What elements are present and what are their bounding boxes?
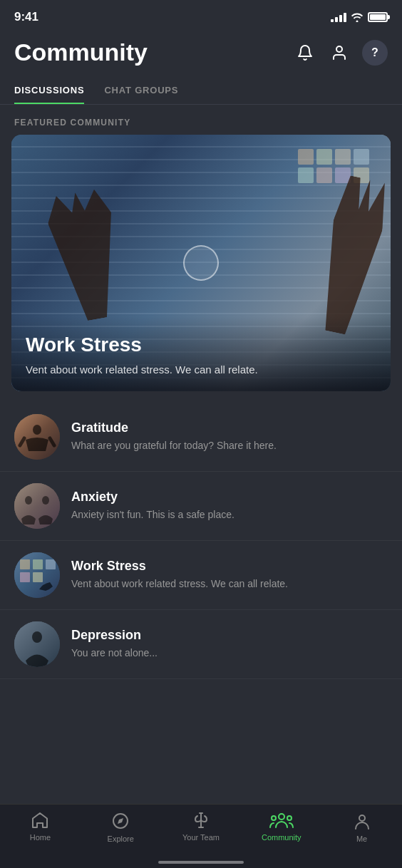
community-avatar-anxiety [14, 483, 60, 529]
nav-item-home[interactable]: Home [0, 812, 81, 847]
community-info-work-stress: Work Stress Vent about work related stre… [71, 559, 388, 591]
header: Community ? [0, 31, 402, 78]
community-icon [269, 812, 294, 829]
community-name-gratitude: Gratitude [71, 420, 388, 435]
home-icon [31, 812, 49, 829]
nav-label-me: Me [356, 835, 367, 843]
tab-discussions[interactable]: DISCUSSIONS [14, 78, 84, 104]
svg-rect-12 [20, 572, 30, 582]
nav-item-your-team[interactable]: Your Team [161, 812, 242, 847]
me-icon [353, 812, 371, 830]
profile-button[interactable] [328, 41, 351, 64]
svg-point-2 [33, 425, 41, 435]
tab-chat-groups[interactable]: CHAT GROUPS [104, 78, 178, 104]
svg-point-20 [272, 816, 276, 820]
team-icon [190, 812, 212, 829]
community-item-anxiety[interactable]: Anxiety Anxiety isn't fun. This is a saf… [0, 472, 402, 541]
svg-point-7 [42, 496, 49, 505]
community-avatar-work-stress [14, 552, 60, 598]
featured-card-title: Work Stress [26, 334, 376, 356]
svg-rect-13 [33, 572, 43, 582]
community-info-depression: Depression You are not alone... [71, 628, 388, 661]
community-item-gratitude[interactable]: Gratitude What are you grateful for toda… [0, 403, 402, 472]
svg-point-6 [25, 496, 32, 505]
nav-label-home: Home [30, 833, 51, 842]
svg-marker-17 [118, 818, 123, 824]
status-bar: 9:41 [0, 0, 402, 31]
section-label: FEATURED COMMUNITY [0, 105, 402, 135]
community-desc-gratitude: What are you grateful for today? Share i… [71, 439, 388, 453]
community-avatar-depression [14, 621, 60, 667]
svg-rect-11 [46, 559, 56, 569]
featured-card-description: Vent about work related stress. We can a… [26, 362, 376, 377]
notifications-button[interactable] [294, 41, 316, 64]
home-indicator [158, 861, 244, 864]
nav-label-explore: Explore [108, 835, 134, 843]
svg-point-19 [279, 814, 284, 820]
battery-icon [368, 12, 388, 22]
svg-rect-5 [14, 483, 60, 529]
community-info-gratitude: Gratitude What are you grateful for toda… [71, 420, 388, 453]
community-avatar-gratitude [14, 414, 60, 460]
header-icons: ? [294, 40, 388, 66]
community-name-anxiety: Anxiety [71, 490, 388, 505]
community-desc-work-stress: Vent about work related stress. We can a… [71, 577, 388, 591]
community-desc-anxiety: Anxiety isn't fun. This is a safe place. [71, 508, 388, 522]
nav-item-explore[interactable]: Explore [81, 812, 161, 849]
svg-point-22 [359, 815, 365, 821]
svg-point-15 [32, 631, 42, 643]
circle-overlay [183, 245, 219, 281]
community-item-depression[interactable]: Depression You are not alone... [0, 610, 402, 679]
explore-icon [111, 812, 130, 830]
featured-card-overlay: Work Stress Vent about work related stre… [11, 316, 391, 391]
wifi-icon [351, 12, 364, 22]
svg-point-21 [287, 816, 292, 820]
community-name-depression: Depression [71, 628, 388, 643]
svg-rect-1 [14, 414, 60, 460]
signal-bars-icon [331, 13, 346, 22]
nav-item-me[interactable]: Me [321, 812, 402, 849]
community-item-work-stress[interactable]: Work Stress Vent about work related stre… [0, 541, 402, 610]
status-icons [331, 12, 388, 22]
svg-rect-9 [20, 559, 30, 569]
help-button[interactable]: ? [362, 40, 388, 66]
tabs-container: DISCUSSIONS CHAT GROUPS [0, 78, 402, 105]
svg-point-0 [336, 46, 342, 52]
community-list: Gratitude What are you grateful for toda… [0, 403, 402, 679]
nav-label-community: Community [262, 833, 302, 842]
bottom-nav: Home Explore Your Team [0, 804, 402, 868]
community-info-anxiety: Anxiety Anxiety isn't fun. This is a saf… [71, 490, 388, 522]
svg-rect-10 [33, 559, 43, 569]
nav-item-community[interactable]: Community [241, 812, 321, 847]
community-desc-depression: You are not alone... [71, 646, 388, 661]
community-name-work-stress: Work Stress [71, 559, 388, 574]
status-time: 9:41 [14, 10, 38, 24]
page-title: Community [14, 38, 148, 66]
nav-label-your-team: Your Team [182, 833, 220, 842]
featured-community-card[interactable]: Work Stress Vent about work related stre… [11, 135, 391, 391]
